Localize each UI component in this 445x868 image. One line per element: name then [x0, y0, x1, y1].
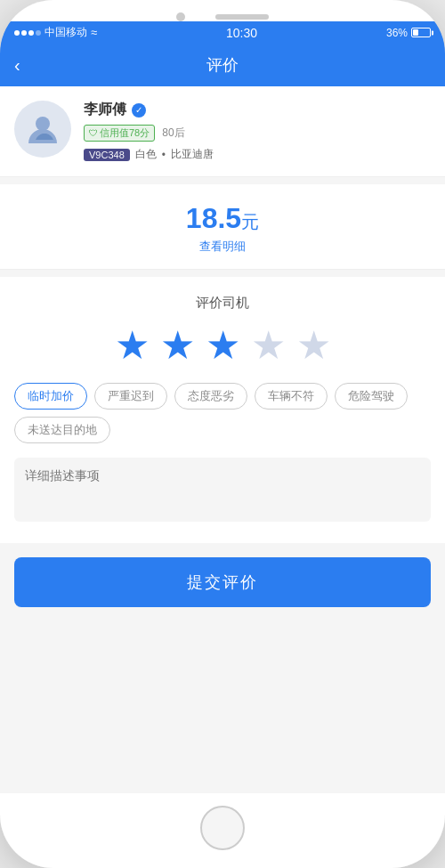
tags-section: 临时加价 严重迟到 态度恶劣 车辆不符 危险驾驶 未送达目的地	[14, 383, 431, 443]
battery-icon	[411, 28, 431, 37]
tag-yanzhong-chidao[interactable]: 严重迟到	[94, 383, 167, 410]
star-5[interactable]: ★	[296, 326, 331, 365]
status-left: 中国移动 ≈	[14, 25, 97, 40]
fare-value: 18.5	[186, 202, 241, 234]
signal-dots	[14, 30, 41, 36]
driver-tags: 🛡 信用值78分 80后	[84, 125, 214, 142]
phone-top-bar	[0, 0, 445, 21]
plate-tag: V9C348	[84, 149, 130, 161]
phone-bottom	[0, 793, 445, 868]
credit-tag: 🛡 信用值78分	[84, 125, 155, 142]
tag-linshi-jiajia[interactable]: 临时加价	[14, 383, 87, 410]
signal-dot-2	[21, 30, 27, 36]
status-right: 36%	[386, 27, 431, 39]
status-bar: 中国移动 ≈ 10:30 36%	[0, 21, 445, 44]
driver-name-row: 李师傅 ✓	[84, 101, 214, 119]
content-area: 李师傅 ✓ 🛡 信用值78分 80后 V9C348 白色 • 比亚迪唐	[0, 86, 445, 793]
car-model: 比亚迪唐	[171, 147, 214, 162]
star-2[interactable]: ★	[160, 326, 195, 365]
nav-bar: ‹ 评价	[0, 44, 445, 86]
fare-amount: 18.5元	[186, 202, 259, 235]
stars-row[interactable]: ★ ★ ★ ★ ★	[14, 326, 431, 365]
fare-detail-link[interactable]: 查看明细	[199, 239, 246, 255]
dot-divider: •	[162, 149, 166, 161]
verified-icon: ✓	[132, 103, 146, 118]
wifi-icon: ≈	[91, 26, 97, 39]
car-info: V9C348 白色 • 比亚迪唐	[84, 147, 214, 162]
submit-section: 提交评价	[0, 543, 445, 621]
battery-percent: 36%	[386, 27, 408, 39]
tag-weisongda-mudi[interactable]: 未送达目的地	[14, 417, 110, 443]
fare-unit: 元	[241, 212, 259, 231]
tag-weixian-jiashi[interactable]: 危险驾驶	[335, 383, 408, 410]
avatar	[14, 101, 71, 158]
nav-title: 评价	[206, 54, 239, 76]
tag-taidu-eliu[interactable]: 态度恶劣	[174, 383, 247, 410]
rating-section: 评价司机 ★ ★ ★ ★ ★ 临时加价 严重迟到 态度恶劣 车辆不符 危险驾驶 …	[0, 277, 445, 543]
rating-label: 评价司机	[14, 295, 431, 312]
submit-button[interactable]: 提交评价	[14, 557, 431, 607]
driver-info: 李师傅 ✓ 🛡 信用值78分 80后 V9C348 白色 • 比亚迪唐	[84, 101, 214, 162]
svg-point-0	[36, 117, 50, 131]
signal-dot-3	[28, 30, 34, 36]
tag-cheliang-bufu[interactable]: 车辆不符	[255, 383, 328, 410]
phone-frame: 中国移动 ≈ 10:30 36% ‹ 评价	[0, 0, 445, 868]
signal-dot-4	[36, 30, 41, 36]
shield-icon: 🛡	[89, 128, 98, 138]
textarea-wrap	[14, 458, 431, 525]
star-3[interactable]: ★	[206, 326, 240, 365]
star-4[interactable]: ★	[251, 326, 286, 365]
signal-dot-1	[14, 30, 20, 36]
driver-name: 李师傅	[84, 101, 126, 119]
time-label: 10:30	[226, 26, 257, 40]
battery-fill	[413, 29, 418, 36]
front-camera	[176, 12, 185, 21]
speaker	[215, 14, 269, 20]
carrier-label: 中国移动	[44, 25, 87, 40]
star-1[interactable]: ★	[115, 326, 150, 365]
car-color: 白色	[135, 147, 157, 162]
generation-tag: 80后	[162, 126, 184, 141]
home-button[interactable]	[200, 806, 245, 850]
back-button[interactable]: ‹	[14, 55, 20, 76]
driver-card: 李师傅 ✓ 🛡 信用值78分 80后 V9C348 白色 • 比亚迪唐	[0, 86, 445, 177]
credit-label: 信用值78分	[100, 126, 150, 140]
avatar-icon	[25, 111, 61, 147]
review-textarea[interactable]	[14, 458, 431, 522]
fare-section: 18.5元 查看明细	[0, 184, 445, 270]
